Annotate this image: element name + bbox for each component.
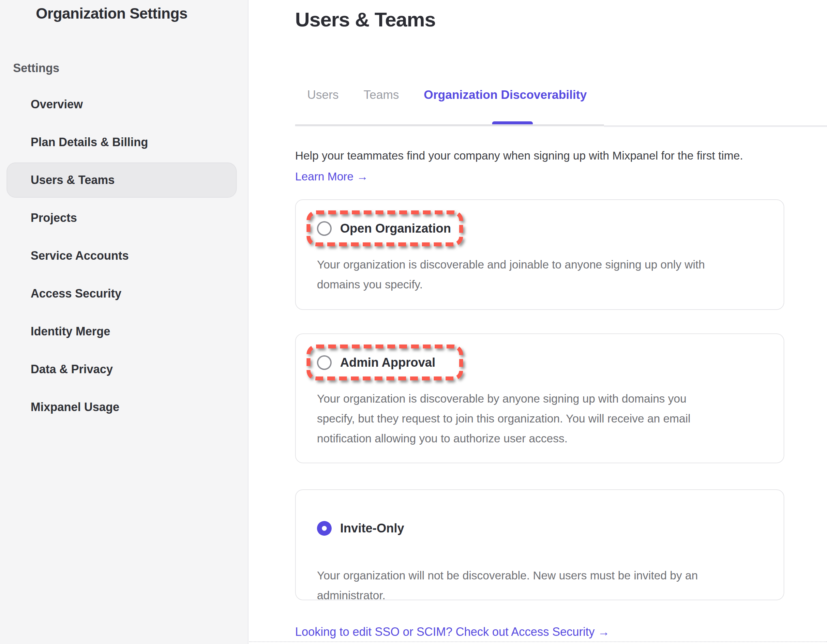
sidebar-item-label: Overview (31, 97, 83, 111)
sidebar-item-plan-details-billing[interactable]: Plan Details & Billing (0, 123, 248, 161)
sidebar-item-users-teams[interactable]: Users & Teams (0, 161, 248, 199)
radio-button-admin-approval[interactable] (317, 355, 332, 370)
sidebar-item-label: Identity Merge (31, 325, 110, 338)
option-description: Your organization is discoverable and jo… (317, 255, 783, 294)
sidebar-item-projects[interactable]: Projects (0, 199, 248, 237)
description-line: notification allowing you to authorize u… (317, 428, 783, 448)
radio-button-open-organization[interactable] (317, 221, 332, 236)
bottom-divider (249, 641, 827, 642)
tab-users[interactable]: Users (295, 87, 351, 103)
sidebar-item-label: Service Accounts (31, 249, 129, 263)
sidebar-item-label: Plan Details & Billing (31, 135, 148, 149)
tab-divider-dark-segment (295, 124, 604, 126)
sidebar-item-label: Users & Teams (31, 173, 114, 187)
radio-dot (322, 526, 327, 531)
sidebar-item-label: Data & Privacy (31, 363, 113, 376)
option-label[interactable]: Admin Approval (340, 356, 435, 370)
tab-teams[interactable]: Teams (351, 87, 412, 103)
option-label[interactable]: Open Organization (340, 222, 451, 236)
sidebar-nav: Overview Plan Details & Billing Users & … (0, 86, 248, 426)
description-line: specify, but they request to join this o… (317, 408, 783, 428)
option-description: Your organization will not be discoverab… (317, 565, 783, 605)
page-title: Users & Teams (295, 8, 435, 31)
sidebar-item-label: Mixpanel Usage (31, 400, 119, 414)
description-line: administrator. (317, 585, 783, 605)
sidebar-item-overview[interactable]: Overview (0, 86, 248, 123)
intro-text: Help your teammates find your company wh… (295, 145, 743, 166)
option-card-admin-approval[interactable]: Admin Approval Your organization is disc… (295, 333, 784, 463)
sidebar-item-label: Projects (31, 211, 77, 225)
sidebar-item-label: Access Security (31, 287, 121, 300)
description-line: Your organization is discoverable by any… (317, 389, 783, 408)
tab-bar: Users Teams Organization Discoverability (295, 87, 599, 103)
option-description: Your organization is discoverable by any… (317, 389, 783, 448)
sidebar: Organization Settings Settings Overview … (0, 0, 248, 644)
option-card-invite-only[interactable]: Invite-Only Your organization will not b… (295, 489, 784, 600)
tab-divider (604, 125, 827, 127)
tab-organization-discoverability[interactable]: Organization Discoverability (412, 87, 599, 103)
option-row: Admin Approval (307, 344, 463, 380)
radio-button-invite-only-selected[interactable] (317, 521, 332, 536)
option-label[interactable]: Invite-Only (340, 521, 404, 535)
description-line: domains you specify. (317, 274, 783, 294)
access-security-link[interactable]: Looking to edit SSO or SCIM? Check out A… (295, 625, 610, 639)
sidebar-section-label: Settings (13, 61, 59, 75)
option-row: Invite-Only (307, 510, 463, 546)
description-line: Your organization will not be discoverab… (317, 565, 783, 585)
sidebar-item-access-security[interactable]: Access Security (0, 275, 248, 313)
sidebar-item-data-privacy[interactable]: Data & Privacy (0, 350, 248, 388)
sidebar-item-service-accounts[interactable]: Service Accounts (0, 237, 248, 275)
main-content: Users & Teams Users Teams Organization D… (249, 0, 827, 644)
learn-more-link[interactable]: Learn More → (295, 166, 368, 187)
option-row: Open Organization (307, 210, 463, 246)
option-card-open-organization[interactable]: Open Organization Your organization is d… (295, 199, 784, 310)
sidebar-item-mixpanel-usage[interactable]: Mixpanel Usage (0, 388, 248, 426)
sidebar-title: Organization Settings (36, 5, 187, 22)
description-line: Your organization is discoverable and jo… (317, 255, 783, 274)
sidebar-item-identity-merge[interactable]: Identity Merge (0, 313, 248, 350)
